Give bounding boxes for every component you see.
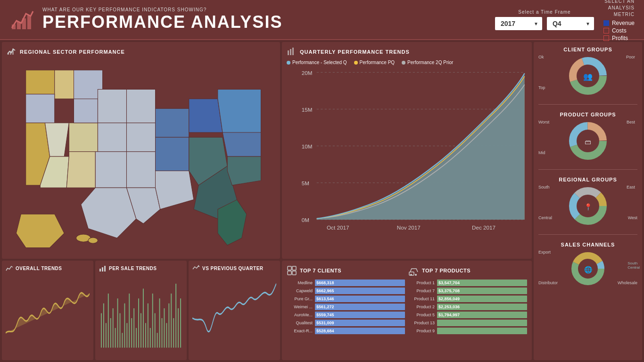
header-controls: Select a Time Frame 2017 2016 Q4 Q3 Q2 Q…	[495, 0, 635, 41]
year-select[interactable]: 2017 2016	[495, 17, 542, 30]
overall-trends-title: Overall Trends	[6, 264, 90, 272]
state-mo[interactable]	[126, 152, 155, 188]
client-poor-label: Poor	[626, 55, 635, 59]
products-section: Top 7 Products Product 1 $3,547,704 Prod…	[409, 265, 527, 355]
client-bar-2: $613,546	[315, 296, 405, 302]
vs-previous-sparkline	[192, 274, 276, 353]
channel-export-label: Export	[538, 250, 551, 255]
svg-rect-42	[102, 267, 103, 272]
bottom-left: Overall Trends Per Sale Trends	[2, 261, 280, 360]
svg-text:Dec 2017: Dec 2017	[472, 225, 495, 230]
client-value-5: $531,009	[315, 321, 336, 325]
region-central-label: Central	[538, 215, 552, 220]
sales-channels-donut: 🌐 Export Distributor Wholesale SouthCent…	[538, 250, 637, 288]
product-value-5	[437, 321, 440, 325]
state-oh-mi[interactable]	[189, 99, 223, 132]
client-row-1: Capweld $662,965	[287, 288, 405, 294]
quarter-select-wrapper[interactable]: Q4 Q3 Q2 Q1	[547, 17, 594, 30]
svg-rect-82	[288, 271, 291, 275]
quarter-select[interactable]: Q4 Q3 Q2 Q1	[547, 17, 594, 30]
profits-checkbox[interactable]	[603, 35, 609, 41]
analysis-option-revenue[interactable]: Revenue	[603, 20, 635, 26]
state-wa[interactable]	[26, 70, 55, 94]
state-ks[interactable]	[95, 152, 126, 188]
product-value-1: $3,375,708	[437, 288, 461, 293]
state-wy[interactable]	[74, 99, 98, 123]
client-row-3: Weimei ... $561,272	[287, 304, 405, 310]
state-ne[interactable]	[98, 123, 126, 152]
clients-section: Top 7 Clients Medline $668,318 Capweld $…	[287, 265, 405, 355]
svg-rect-43	[104, 266, 106, 272]
state-id[interactable]	[55, 70, 74, 99]
trends-panel: Quarterly Performance Trends Performance…	[282, 42, 532, 259]
products-title: Top 7 Products	[422, 268, 471, 273]
sales-channels-title: Sales Channels	[538, 242, 637, 247]
vs-previous-panel: VS Previous Quarter	[189, 261, 280, 360]
revenue-checkbox[interactable]	[603, 20, 609, 26]
per-sale-chart	[99, 274, 183, 353]
client-name-5: Qualitest	[287, 321, 313, 325]
revenue-label: Revenue	[612, 20, 635, 26]
client-value-4: $559,745	[315, 313, 336, 317]
svg-rect-6	[10, 51, 11, 55]
product-best-label: Best	[627, 120, 635, 124]
svg-rect-2	[17, 22, 21, 29]
state-il-lower[interactable]	[156, 137, 189, 171]
region-south-label: South	[538, 185, 550, 189]
client-groups-title: Client Groups	[538, 47, 637, 52]
state-va-nc[interactable]	[227, 156, 261, 185]
analysis-options: Revenue Costs Profits	[603, 20, 635, 41]
svg-rect-10	[292, 48, 294, 55]
analysis-option-profits[interactable]: Profits	[603, 35, 635, 41]
product-row-2: Product 11 $2,856,049	[409, 296, 527, 302]
product-bar-6	[437, 328, 527, 334]
product-bar-1: $3,375,708	[437, 288, 527, 294]
product-bar-3: $2,253,036	[437, 304, 527, 310]
product-mid-label: Mid	[538, 150, 545, 155]
state-il-in[interactable]	[156, 108, 189, 137]
state-nm[interactable]	[66, 152, 95, 188]
client-bar-5: $531,009	[315, 320, 405, 326]
overall-trends-panel: Overall Trends	[2, 261, 93, 360]
client-row-6: Exact-R... $528,684	[287, 328, 405, 334]
costs-label: Costs	[612, 27, 627, 34]
state-ia[interactable]	[126, 123, 155, 152]
state-nd-sd[interactable]	[98, 90, 126, 123]
state-ak[interactable]	[16, 214, 64, 247]
legend-label-2q-prior: Performance 2Q Prior	[407, 60, 453, 65]
product-worst-label: Worst	[538, 120, 549, 124]
costs-checkbox[interactable]	[603, 28, 609, 33]
legend-label-pq: Performance PQ	[360, 60, 395, 65]
year-select-wrapper[interactable]: 2017 2016	[495, 17, 542, 30]
state-or[interactable]	[26, 94, 55, 123]
state-co-ut[interactable]	[69, 123, 98, 152]
product-value-6	[437, 329, 440, 333]
vs-previous-icon	[192, 264, 200, 272]
state-ne-states[interactable]	[218, 90, 261, 138]
client-bar-1: $662,965	[315, 288, 405, 294]
svg-rect-3	[22, 18, 26, 29]
state-mid-atlantic[interactable]	[223, 132, 261, 156]
per-sale-sparkline	[99, 274, 183, 353]
product-groups-donut: 🗃 Worst Best Mid	[538, 120, 637, 162]
analysis-option-costs[interactable]: Costs	[603, 27, 635, 34]
legend-label-selected-q: Performance - Selected Q	[292, 60, 347, 65]
map-title: Regional Sector Performance	[20, 49, 125, 55]
state-hi2[interactable]	[88, 238, 98, 243]
legend-2q-prior: Performance 2Q Prior	[402, 60, 453, 65]
client-bar-4: $559,745	[315, 312, 405, 318]
state-mn[interactable]	[126, 90, 155, 123]
product-row-3: Product 2 $2,253,036	[409, 304, 527, 310]
map-container	[7, 60, 275, 253]
header-logo-icon	[9, 7, 35, 33]
client-bar-3: $561,272	[315, 304, 405, 310]
svg-text:👥: 👥	[583, 72, 593, 81]
region-west-label: West	[628, 215, 637, 220]
state-tx[interactable]	[81, 188, 136, 238]
svg-text:📍: 📍	[584, 203, 593, 211]
legend-selected-q: Performance - Selected Q	[287, 60, 347, 65]
state-ms-la[interactable]	[156, 171, 194, 209]
regional-groups-donut: 📍 South East Central West	[538, 185, 637, 227]
product-name-6: Product 9	[409, 329, 435, 333]
legend-dot-selected-q	[287, 61, 290, 65]
